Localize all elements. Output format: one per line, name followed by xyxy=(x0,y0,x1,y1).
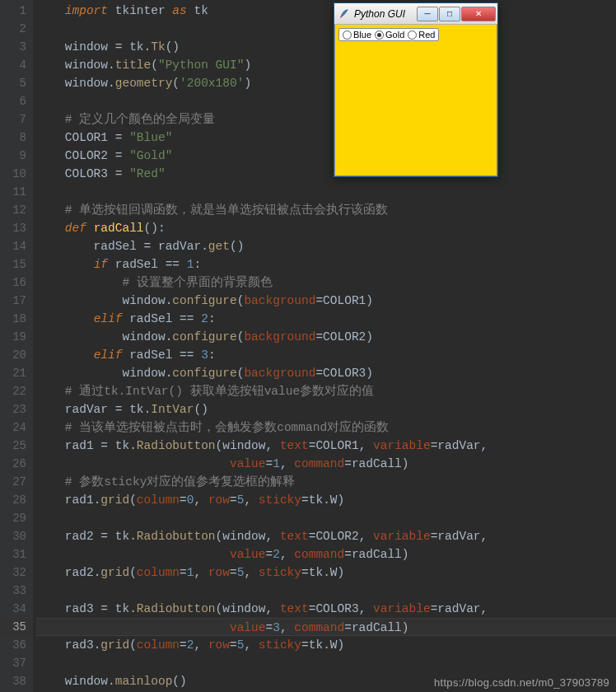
code-line[interactable]: window.geometry('200x180') xyxy=(36,74,616,92)
code-line[interactable]: radVar = tk.IntVar() xyxy=(36,400,616,418)
line-number: 27 xyxy=(0,473,33,491)
radio-gold[interactable]: Gold xyxy=(374,30,405,40)
code-line[interactable]: window.configure(background=COLOR1) xyxy=(36,292,616,310)
line-number: 12 xyxy=(0,201,33,219)
python-gui-window[interactable]: Python GUI ─ □ ✕ BlueGoldRed xyxy=(334,2,498,177)
code-line[interactable]: value=2, command=radCall) xyxy=(36,545,616,563)
code-line[interactable]: COLOR3 = "Red" xyxy=(36,165,616,183)
code-line[interactable]: window.configure(background=COLOR2) xyxy=(36,328,616,346)
line-number: 13 xyxy=(0,219,33,237)
line-number: 11 xyxy=(0,183,33,201)
code-line[interactable]: rad3 = tk.Radiobutton(window, text=COLOR… xyxy=(36,600,616,618)
code-line[interactable]: window.configure(background=COLOR3) xyxy=(36,364,616,382)
titlebar[interactable]: Python GUI ─ □ ✕ xyxy=(334,3,497,25)
line-number: 23 xyxy=(0,400,33,418)
radio-circle-icon xyxy=(375,30,384,40)
maximize-button[interactable]: □ xyxy=(439,7,460,21)
tk-feather-icon xyxy=(338,7,351,21)
radio-blue[interactable]: Blue xyxy=(342,30,372,40)
code-line[interactable]: rad2.grid(column=1, row=5, sticky=tk.W) xyxy=(36,563,616,582)
line-number: 9 xyxy=(0,147,33,165)
code-line[interactable] xyxy=(36,92,616,110)
code-line[interactable]: rad1.grid(column=0, row=5, sticky=tk.W) xyxy=(36,491,616,509)
code-line[interactable]: elif radSel == 2: xyxy=(36,310,616,328)
code-line[interactable]: # 通过tk.IntVar() 获取单选按钮value参数对应的值 xyxy=(36,382,616,400)
line-number: 35 xyxy=(0,618,33,636)
code-line[interactable] xyxy=(36,183,616,201)
line-number: 30 xyxy=(0,527,33,545)
code-line[interactable] xyxy=(36,582,616,600)
code-line[interactable]: radSel = radVar.get() xyxy=(36,237,616,255)
line-number: 19 xyxy=(0,328,33,346)
line-number: 22 xyxy=(0,382,33,400)
line-number: 5 xyxy=(0,74,33,92)
code-line[interactable]: COLOR1 = "Blue" xyxy=(36,129,616,147)
line-number: 21 xyxy=(0,364,33,382)
code-line[interactable]: rad1 = tk.Radiobutton(window, text=COLOR… xyxy=(36,437,616,455)
tk-body: BlueGoldRed xyxy=(334,25,497,176)
code-line[interactable]: window.title("Python GUI") xyxy=(36,56,616,74)
code-line[interactable]: # 当该单选按钮被点击时，会触发参数command对应的函数 xyxy=(36,418,616,437)
code-line[interactable]: value=1, command=radCall) xyxy=(36,455,616,473)
radio-circle-icon xyxy=(408,30,417,40)
code-area[interactable]: import tkinter as tk window = tk.Tk() wi… xyxy=(33,0,616,692)
code-line[interactable]: # 单选按钮回调函数，就是当单选按钮被点击会执行该函数 xyxy=(36,201,616,219)
line-number: 8 xyxy=(0,129,33,147)
line-number: 15 xyxy=(0,255,33,274)
code-line[interactable]: # 参数sticky对应的值参考复选框的解释 xyxy=(36,473,616,491)
line-number: 38 xyxy=(0,672,33,690)
line-number: 32 xyxy=(0,563,33,582)
code-line[interactable]: elif radSel == 3: xyxy=(36,346,616,364)
line-number: 4 xyxy=(0,56,33,74)
code-line[interactable]: value=3, command=radCall) xyxy=(36,618,616,636)
code-line[interactable]: # 定义几个颜色的全局变量 xyxy=(36,110,616,129)
code-line[interactable] xyxy=(36,509,616,527)
line-number: 24 xyxy=(0,418,33,437)
radio-group: BlueGoldRed xyxy=(338,28,439,41)
radio-label: Gold xyxy=(385,30,404,40)
code-line[interactable]: rad2 = tk.Radiobutton(window, text=COLOR… xyxy=(36,527,616,545)
line-number-gutter: 1234567891011121314151617181920212223242… xyxy=(0,0,33,692)
close-button[interactable]: ✕ xyxy=(461,7,496,21)
line-number: 29 xyxy=(0,509,33,527)
code-editor[interactable]: 1234567891011121314151617181920212223242… xyxy=(0,0,616,692)
radio-label: Red xyxy=(418,30,435,40)
line-number: 6 xyxy=(0,92,33,110)
window-buttons: ─ □ ✕ xyxy=(417,7,496,21)
line-number: 14 xyxy=(0,237,33,255)
line-number: 1 xyxy=(0,2,33,20)
line-number: 34 xyxy=(0,600,33,618)
line-number: 3 xyxy=(0,38,33,56)
line-number: 18 xyxy=(0,310,33,328)
line-number: 17 xyxy=(0,292,33,310)
line-number: 20 xyxy=(0,346,33,364)
line-number: 33 xyxy=(0,582,33,600)
code-line[interactable]: if radSel == 1: xyxy=(36,255,616,274)
line-number: 16 xyxy=(0,274,33,292)
code-line[interactable]: window = tk.Tk() xyxy=(36,38,616,56)
line-number: 7 xyxy=(0,110,33,129)
code-line[interactable]: import tkinter as tk xyxy=(36,2,616,20)
window-title: Python GUI xyxy=(354,8,417,20)
code-line[interactable]: rad3.grid(column=2, row=5, sticky=tk.W) xyxy=(36,636,616,654)
radio-label: Blue xyxy=(353,30,371,40)
code-line[interactable]: COLOR2 = "Gold" xyxy=(36,147,616,165)
code-line[interactable] xyxy=(36,20,616,38)
minimize-button[interactable]: ─ xyxy=(417,7,438,21)
line-number: 37 xyxy=(0,654,33,672)
radio-circle-icon xyxy=(343,30,352,40)
code-line[interactable] xyxy=(36,654,616,672)
line-number: 2 xyxy=(0,20,33,38)
line-number: 26 xyxy=(0,455,33,473)
line-number: 36 xyxy=(0,636,33,654)
line-number: 31 xyxy=(0,545,33,563)
line-number: 28 xyxy=(0,491,33,509)
code-line[interactable]: # 设置整个界面的背景颜色 xyxy=(36,274,616,292)
line-number: 25 xyxy=(0,437,33,455)
line-number: 10 xyxy=(0,165,33,183)
radio-red[interactable]: Red xyxy=(407,30,436,40)
code-line[interactable]: def radCall(): xyxy=(36,219,616,237)
watermark-text: https://blog.csdn.net/m0_37903789 xyxy=(434,676,609,689)
